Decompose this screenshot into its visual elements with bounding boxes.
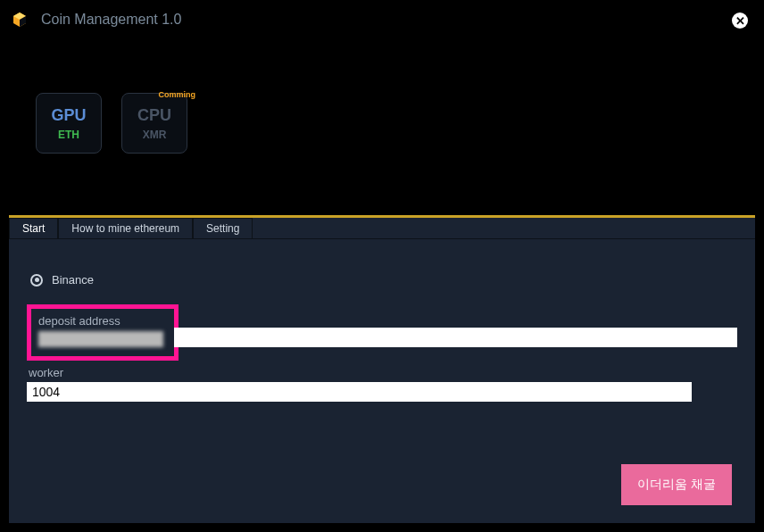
main-panel: Start How to mine ethereum Setting Binan…: [9, 215, 755, 523]
worker-input[interactable]: [27, 382, 692, 402]
app-icon: [11, 11, 29, 29]
close-icon: ✕: [735, 15, 745, 27]
exchange-radio[interactable]: Binance: [30, 273, 737, 287]
radio-icon: [30, 274, 43, 287]
deposit-row: deposit address: [27, 304, 737, 364]
panel-body: Binance deposit address worker 이더리움 채굴: [9, 239, 755, 523]
miner-type-label: CPU: [137, 106, 171, 125]
miner-card-row: GPU ETH Comming CPU XMR: [0, 39, 764, 154]
deposit-address-label: deposit address: [38, 314, 169, 328]
miner-type-label: GPU: [51, 106, 86, 125]
mine-button[interactable]: 이더리움 채굴: [621, 464, 732, 505]
deposit-redacted: [38, 331, 169, 351]
tab-bar: Start How to mine ethereum Setting: [9, 218, 755, 239]
exchange-label: Binance: [52, 273, 94, 287]
page-title: Coin Management 1.0: [41, 12, 181, 28]
action-row: 이더리움 채굴: [27, 464, 737, 505]
miner-card-gpu[interactable]: GPU ETH: [36, 93, 102, 154]
close-button[interactable]: ✕: [732, 12, 748, 29]
tab-howto[interactable]: How to mine ethereum: [58, 218, 193, 238]
deposit-highlight: deposit address: [27, 304, 179, 361]
coming-soon-badge: Comming: [159, 90, 196, 99]
worker-section: worker: [27, 366, 737, 402]
worker-label: worker: [29, 366, 737, 379]
miner-card-cpu[interactable]: Comming CPU XMR: [121, 93, 187, 154]
titlebar: Coin Management 1.0: [0, 0, 764, 39]
deposit-address-input[interactable]: [174, 328, 737, 347]
tab-setting[interactable]: Setting: [193, 218, 253, 238]
miner-coin-label: ETH: [58, 129, 79, 141]
tab-start[interactable]: Start: [9, 218, 58, 238]
miner-coin-label: XMR: [143, 129, 167, 141]
